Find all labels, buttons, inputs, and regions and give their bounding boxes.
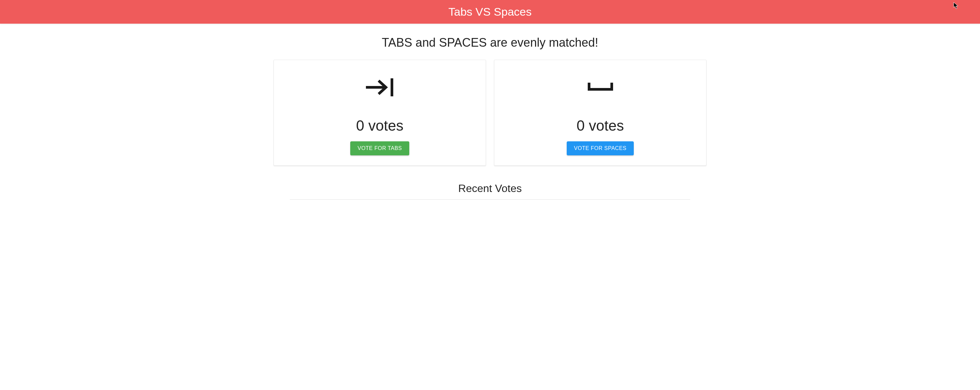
tabs-vote-count: 0 votes xyxy=(280,117,479,134)
recent-votes-heading: Recent Votes xyxy=(274,182,706,195)
space-icon xyxy=(501,71,700,104)
app-header: Tabs VS Spaces xyxy=(0,0,980,24)
tab-icon xyxy=(280,71,479,104)
main-container: TABS and SPACES are evenly matched! xyxy=(268,36,712,200)
spaces-vote-count: 0 votes xyxy=(501,117,700,134)
vote-cards-row: 0 votes VOTE FOR TABS 0 votes VOTE FOR S… xyxy=(274,60,706,166)
tabs-card: 0 votes VOTE FOR TABS xyxy=(274,60,486,166)
app-title: Tabs VS Spaces xyxy=(448,5,531,18)
status-heading: TABS and SPACES are evenly matched! xyxy=(274,36,706,50)
vote-tabs-button[interactable]: VOTE FOR TABS xyxy=(350,141,409,155)
recent-votes-divider xyxy=(290,199,690,200)
vote-spaces-button[interactable]: VOTE FOR SPACES xyxy=(567,141,634,155)
spaces-card: 0 votes VOTE FOR SPACES xyxy=(494,60,706,166)
